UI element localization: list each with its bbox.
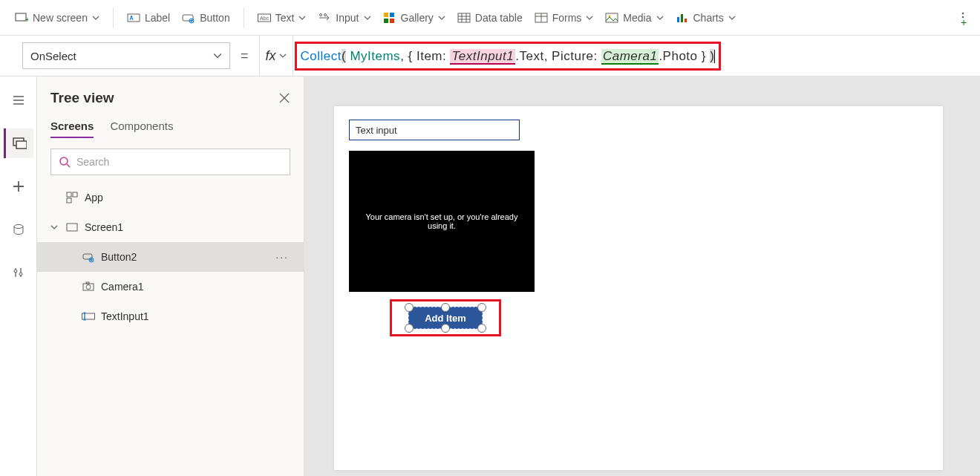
rail-tools[interactable] <box>4 258 33 287</box>
input-icon <box>318 11 331 25</box>
property-name: OnSelect <box>30 50 76 62</box>
svg-rect-9 <box>384 13 388 17</box>
formula-bar[interactable]: Collect( MyItems, { Item: TextInput1.Tex… <box>301 48 716 64</box>
svg-rect-19 <box>685 19 687 22</box>
text-icon: Abc <box>258 11 271 25</box>
app-icon <box>65 191 79 204</box>
charts-label: Charts <box>693 12 724 24</box>
svg-rect-30 <box>73 192 77 197</box>
text-cursor <box>714 50 715 63</box>
svg-rect-13 <box>458 13 470 22</box>
button-text: Add Item <box>425 313 466 324</box>
tree-item-screen1[interactable]: Screen1 <box>37 212 304 242</box>
svg-text:+: + <box>961 16 967 26</box>
chevron-down-icon <box>438 14 445 22</box>
resize-handle-sw[interactable] <box>405 324 414 333</box>
forms-icon <box>535 11 548 25</box>
screen-icon: + <box>15 11 28 25</box>
svg-rect-24 <box>16 141 27 149</box>
tree-item-camera1[interactable]: Camera1 <box>37 272 304 301</box>
svg-point-27 <box>19 273 22 276</box>
chevron-down-icon <box>213 51 222 60</box>
rail-data[interactable] <box>4 215 33 244</box>
button-icon <box>82 250 95 264</box>
resize-handle-ne[interactable] <box>477 303 486 312</box>
ribbon-overflow[interactable]: + <box>958 10 971 26</box>
text-label: Text <box>275 12 295 24</box>
canvas-button-additem[interactable]: Add Item <box>408 307 483 329</box>
insert-button-button[interactable]: Button <box>176 7 235 29</box>
main-area: Tree view Screens Components Search App … <box>0 76 980 476</box>
insert-input-button[interactable]: Input <box>312 7 376 29</box>
insert-datatable-button[interactable]: Data table <box>451 7 529 29</box>
fx-label: fx <box>266 48 276 64</box>
tree-label: Camera1 <box>101 281 144 293</box>
svg-rect-32 <box>67 224 77 231</box>
svg-text:Abc: Abc <box>260 16 270 21</box>
more-icon[interactable]: ··· <box>275 251 289 263</box>
rail-hamburger[interactable] <box>4 85 33 115</box>
svg-point-26 <box>14 270 17 273</box>
tree-item-textinput1[interactable]: TextInput1 <box>37 301 304 331</box>
resize-handle-n[interactable] <box>441 303 450 312</box>
tree-tabs: Screens Components <box>50 120 290 138</box>
svg-rect-15 <box>606 13 618 22</box>
resize-handle-nw[interactable] <box>405 303 414 312</box>
resize-handle-se[interactable] <box>477 324 486 333</box>
svg-rect-37 <box>86 282 89 284</box>
screen-icon <box>65 221 79 234</box>
fx-button[interactable]: fx <box>259 36 293 76</box>
textinput-placeholder: Text input <box>356 125 397 136</box>
tree-label: TextInput1 <box>101 310 149 322</box>
svg-rect-11 <box>384 19 388 23</box>
svg-rect-31 <box>67 198 71 203</box>
media-label: Media <box>623 12 651 24</box>
canvas-camera[interactable]: Your camera isn't set up, or you're alre… <box>349 151 535 292</box>
tree-item-button2[interactable]: Button2 ··· <box>37 242 304 272</box>
svg-point-36 <box>86 285 91 290</box>
search-input[interactable]: Search <box>50 149 290 175</box>
tree-item-app[interactable]: App <box>37 183 304 212</box>
new-screen-button[interactable]: + New screen <box>9 7 105 29</box>
input-label: Input <box>336 12 359 24</box>
svg-rect-38 <box>82 313 95 319</box>
insert-media-button[interactable]: Media <box>599 7 669 29</box>
tree-view-panel: Tree view Screens Components Search App … <box>37 76 304 476</box>
svg-point-25 <box>14 225 23 229</box>
tab-components[interactable]: Components <box>110 120 173 138</box>
datatable-icon <box>457 11 471 25</box>
svg-point-20 <box>962 12 964 14</box>
charts-icon <box>676 11 689 25</box>
rail-treeview[interactable] <box>4 128 33 158</box>
tab-screens[interactable]: Screens <box>50 120 94 138</box>
tree-view-title: Tree view <box>50 90 114 106</box>
svg-text:+: + <box>25 16 28 24</box>
insert-label-button[interactable]: Label <box>121 7 176 29</box>
insert-charts-button[interactable]: Charts <box>670 7 742 29</box>
insert-forms-button[interactable]: Forms <box>529 7 600 29</box>
property-selector[interactable]: OnSelect <box>22 42 230 69</box>
chevron-down-icon <box>728 14 736 22</box>
rail-insert[interactable] <box>4 172 33 201</box>
canvas-textinput[interactable]: Text input <box>349 120 520 140</box>
search-icon <box>59 156 71 168</box>
svg-rect-12 <box>390 19 394 23</box>
svg-rect-0 <box>16 13 26 21</box>
insert-text-button[interactable]: Abc Text <box>252 7 313 29</box>
resize-handle-s[interactable] <box>441 324 450 333</box>
chevron-down-icon[interactable] <box>50 224 59 231</box>
camera-icon <box>82 280 95 293</box>
tree-label: Screen1 <box>85 221 123 233</box>
tree-label: App <box>85 192 103 203</box>
app-screen[interactable]: Text input Your camera isn't set up, or … <box>334 106 943 470</box>
svg-rect-33 <box>83 254 92 259</box>
insert-gallery-button[interactable]: Gallery <box>377 7 451 29</box>
svg-point-28 <box>60 157 68 165</box>
button-icon <box>182 11 195 25</box>
svg-point-8 <box>324 13 327 16</box>
canvas-area[interactable]: Text input Your camera isn't set up, or … <box>304 76 980 476</box>
formula-highlight: Collect( MyItems, { Item: TextInput1.Tex… <box>295 42 722 71</box>
close-icon[interactable] <box>278 92 290 104</box>
chevron-down-icon <box>656 14 664 22</box>
textinput-icon <box>82 310 95 323</box>
